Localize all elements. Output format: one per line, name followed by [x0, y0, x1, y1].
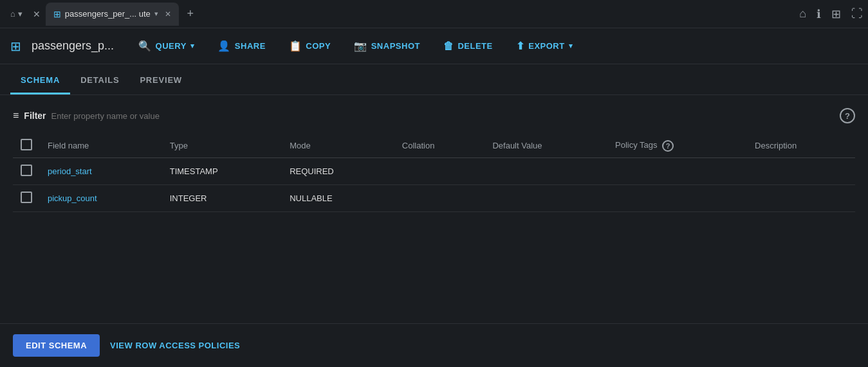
home-top-icon[interactable]: ⌂: [799, 7, 806, 21]
tab-bar: ⌂ ▾ ✕ ⊞ passengers_per_... ute ▾ ✕ + ⌂ ℹ…: [0, 0, 868, 28]
table-title-icon: ⊞: [10, 39, 21, 54]
tab-label: passengers_per_... ute: [65, 9, 151, 19]
row1-default-value: [485, 158, 607, 185]
header-checkbox: [13, 134, 40, 158]
row2-checkbox[interactable]: [21, 192, 32, 203]
snapshot-icon: 📷: [354, 40, 367, 52]
row1-description: [747, 158, 855, 185]
content-tabs: SCHEMA DETAILS PREVIEW: [0, 64, 868, 95]
home-dropdown-icon: ▾: [18, 9, 23, 19]
add-tab-button[interactable]: +: [181, 5, 199, 23]
header-policy-tags: Policy Tags ?: [607, 134, 747, 158]
header-description: Description: [747, 134, 855, 158]
period-start-link[interactable]: period_start: [48, 166, 92, 176]
row2-policy-tags: [607, 185, 747, 212]
row1-collation: [394, 158, 485, 185]
filter-input[interactable]: [51, 111, 245, 121]
grid-icon[interactable]: ⊞: [831, 7, 841, 21]
query-icon: 🔍: [138, 40, 152, 52]
tab-dropdown-icon: ▾: [154, 10, 158, 18]
view-policies-button[interactable]: VIEW ROW ACCESS POLICIES: [110, 341, 240, 350]
export-label: EXPORT: [528, 41, 564, 51]
row1-type: TIMESTAMP: [162, 158, 282, 185]
delete-label: DELETE: [457, 41, 492, 51]
table-row: period_start TIMESTAMP REQUIRED: [13, 158, 855, 185]
header-field-name: Field name: [40, 134, 162, 158]
row1-checkbox-cell: [13, 158, 40, 185]
home-icon: ⌂: [10, 9, 15, 19]
share-button[interactable]: 👤 SHARE: [208, 36, 275, 56]
row2-mode: NULLABLE: [282, 185, 394, 212]
header-mode: Mode: [282, 134, 394, 158]
snapshot-button[interactable]: 📷 SNAPSHOT: [345, 36, 429, 56]
page-title: passengers_p...: [32, 39, 114, 53]
home-tab[interactable]: ⌂ ▾: [5, 6, 28, 21]
header-collation: Collation: [394, 134, 485, 158]
toolbar: ⊞ passengers_p... 🔍 QUERY ▾ 👤 SHARE 📋 CO…: [0, 28, 868, 64]
snapshot-label: SNAPSHOT: [371, 41, 420, 51]
share-icon: 👤: [217, 40, 231, 52]
tab-details[interactable]: DETAILS: [70, 67, 129, 94]
edit-schema-button[interactable]: EDIT SCHEMA: [13, 334, 100, 357]
query-button[interactable]: 🔍 QUERY ▾: [129, 36, 203, 56]
tab-close-icon[interactable]: ✕: [165, 10, 171, 19]
row1-policy-tags: [607, 158, 747, 185]
delete-icon: 🗑: [443, 40, 454, 52]
row2-field-name: pickup_count: [40, 185, 162, 212]
header-default-value: Default Value: [485, 134, 607, 158]
select-all-checkbox[interactable]: [21, 139, 32, 150]
active-tab[interactable]: ⊞ passengers_per_... ute ▾ ✕: [46, 3, 179, 26]
copy-button[interactable]: 📋 COPY: [280, 36, 340, 56]
query-dropdown-icon: ▾: [190, 42, 195, 50]
filter-icon: ≡: [13, 110, 19, 121]
table-row: pickup_count INTEGER NULLABLE: [13, 185, 855, 212]
main-content: ≡ Filter ? Field name Type Mode Collatio…: [0, 95, 868, 212]
row2-default-value: [485, 185, 607, 212]
row1-mode: REQUIRED: [282, 158, 394, 185]
row2-collation: [394, 185, 485, 212]
filter-row: ≡ Filter ?: [13, 108, 855, 123]
export-dropdown-icon: ▾: [569, 42, 573, 50]
export-button[interactable]: ⬆ EXPORT ▾: [507, 36, 582, 56]
tab-preview[interactable]: PREVIEW: [129, 67, 192, 94]
row2-checkbox-cell: [13, 185, 40, 212]
tab-table-icon: ⊞: [53, 9, 61, 19]
row1-field-name: period_start: [40, 158, 162, 185]
row2-description: [747, 185, 855, 212]
delete-button[interactable]: 🗑 DELETE: [434, 37, 502, 56]
tab-schema[interactable]: SCHEMA: [10, 67, 70, 94]
row2-type: INTEGER: [162, 185, 282, 212]
header-type: Type: [162, 134, 282, 158]
tab-close-x[interactable]: ✕: [30, 8, 43, 21]
row1-checkbox[interactable]: [21, 165, 32, 176]
table-header-row: Field name Type Mode Collation Default V…: [13, 134, 855, 158]
policy-tags-help-icon[interactable]: ?: [662, 140, 674, 152]
schema-table: Field name Type Mode Collation Default V…: [13, 134, 855, 212]
export-icon: ⬆: [516, 40, 525, 52]
share-label: SHARE: [235, 41, 266, 51]
top-right-icons: ⌂ ℹ ⊞ ⛶: [799, 7, 863, 21]
bottom-bar: EDIT SCHEMA VIEW ROW ACCESS POLICIES: [0, 323, 868, 367]
info-icon[interactable]: ℹ: [817, 7, 821, 21]
filter-help-icon[interactable]: ?: [840, 108, 855, 123]
fullscreen-icon[interactable]: ⛶: [851, 7, 863, 21]
filter-label: Filter: [24, 111, 46, 121]
pickup-count-link[interactable]: pickup_count: [48, 193, 97, 203]
copy-icon: 📋: [289, 40, 302, 52]
query-label: QUERY: [156, 41, 187, 51]
copy-label: COPY: [306, 41, 331, 51]
